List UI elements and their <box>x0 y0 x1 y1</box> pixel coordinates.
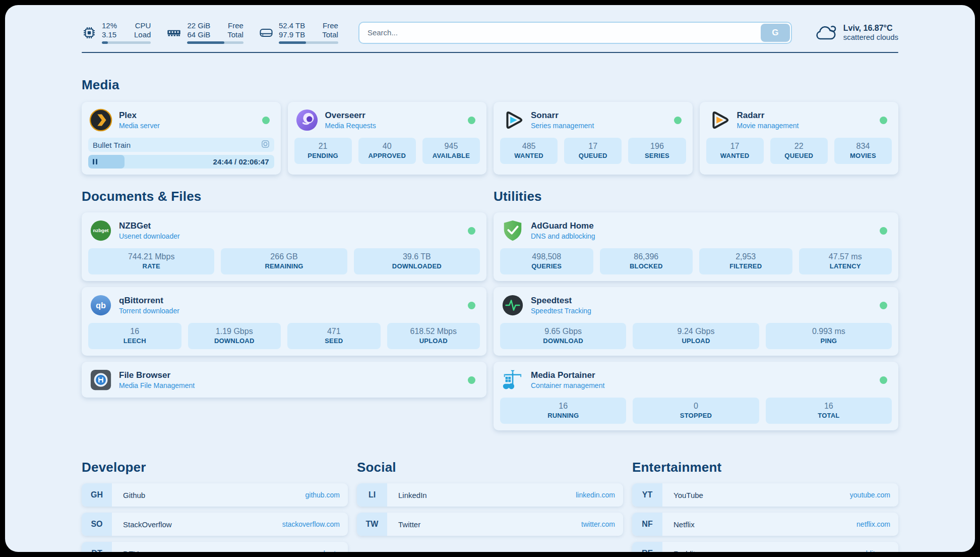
link-name: Reddit <box>673 549 695 552</box>
memory-icon <box>166 25 182 40</box>
app-name: Media Portainer <box>531 370 873 380</box>
status-dot <box>468 302 475 309</box>
playback-time: 24:44 / 02:06:47 <box>213 157 269 166</box>
overseerr-icon <box>295 108 319 132</box>
social-section-title: Social <box>357 460 623 475</box>
stat-downloaded: 39.6 TB DOWNLOADED <box>354 248 480 274</box>
stat-pending: 21 PENDING <box>294 138 352 164</box>
cpu-usage-value: 12% <box>102 21 117 30</box>
app-card-adguard[interactable]: AdGuard Home DNS and adblocking 498,508 … <box>494 212 898 281</box>
dashboard: 12% CPU 3.15 Load <box>5 5 975 552</box>
stat-running: 16 RUNNING <box>500 398 626 424</box>
link-url: linkedin.com <box>576 491 615 499</box>
link-linkedin[interactable]: LI LinkedIn linkedin.com <box>357 483 623 507</box>
app-desc: Movie management <box>737 122 874 130</box>
stat-download: 1.19 Gbps DOWNLOAD <box>188 323 281 349</box>
app-card-filebrowser[interactable]: File Browser Media File Management <box>82 362 486 398</box>
pause-icon[interactable] <box>93 159 97 164</box>
cpu-progress-fill <box>102 41 108 44</box>
link-name: StackOverflow <box>123 520 172 529</box>
cpu-label-2: Load <box>134 30 151 39</box>
status-dot <box>880 376 887 384</box>
cpu-icon <box>82 25 97 40</box>
app-card-qbittorrent[interactable]: qb qBittorrent Torrent downloader 16 LEE… <box>82 287 486 356</box>
link-youtube[interactable]: YT YouTube youtube.com <box>632 483 898 507</box>
app-desc: Media Requests <box>325 122 462 130</box>
app-name: Radarr <box>737 110 874 121</box>
svg-text:nzbget: nzbget <box>93 228 109 233</box>
disk-progress-fill <box>279 41 306 44</box>
memory-free-value: 22 GiB <box>187 21 210 30</box>
search-input[interactable] <box>358 22 792 44</box>
link-url: twitter.com <box>581 520 615 528</box>
link-url: stackoverflow.com <box>282 520 340 528</box>
radarr-icon <box>707 108 730 132</box>
app-name: Plex <box>119 110 256 121</box>
link-stackoverflow[interactable]: SO StackOverflow stackoverflow.com <box>82 513 348 536</box>
link-abbr: GH <box>82 483 112 507</box>
stat-approved: 40 APPROVED <box>358 138 416 164</box>
stat-stopped: 0 STOPPED <box>633 398 759 424</box>
stat-filtered: 2,953 FILTERED <box>699 248 792 274</box>
app-desc: Speedtest Tracking <box>531 307 873 315</box>
app-card-radarr[interactable]: Radarr Movie management 17 WANTED 22 QUE… <box>700 102 899 175</box>
cpu-label-1: CPU <box>134 21 151 30</box>
status-dot <box>468 227 475 235</box>
link-name: YouTube <box>673 491 703 499</box>
app-card-sonarr[interactable]: Sonarr Series management 485 WANTED 17 Q… <box>494 102 693 175</box>
memory-progress-track <box>187 41 243 44</box>
link-abbr: TW <box>357 513 387 536</box>
portainer-icon <box>501 368 524 392</box>
link-name: Netflix <box>673 520 695 529</box>
svg-text:qb: qb <box>96 301 106 310</box>
nzbget-icon: nzbget <box>89 219 112 242</box>
link-abbr: SO <box>82 513 112 536</box>
app-name: qBittorrent <box>119 296 461 306</box>
stat-upload: 618.52 Mbps UPLOAD <box>387 323 480 349</box>
link-dev[interactable]: DT DEV dev.to <box>82 542 348 552</box>
app-desc: DNS and adblocking <box>531 232 873 240</box>
link-url: youtube.com <box>850 491 890 499</box>
link-netflix[interactable]: NF Netflix netflix.com <box>632 513 898 536</box>
link-twitter[interactable]: TW Twitter twitter.com <box>357 513 623 536</box>
app-desc: Torrent downloader <box>119 307 461 315</box>
stat-queries: 498,508 QUERIES <box>500 248 593 274</box>
link-abbr: YT <box>632 483 662 507</box>
section-entertainment: Entertainment YT YouTube youtube.com NF … <box>632 460 898 552</box>
plex-icon <box>89 108 112 132</box>
status-dot <box>674 117 682 124</box>
cpu-load-value: 3.15 <box>102 30 117 39</box>
stat-leech: 16 LEECH <box>88 323 181 349</box>
link-reddit[interactable]: RE Reddit reddit.com <box>632 542 898 552</box>
documents-section-title: Documents & Files <box>82 189 486 204</box>
app-card-overseerr[interactable]: Overseerr Media Requests 21 PENDING 40 A… <box>288 102 487 175</box>
stat-queued: 22 QUEUED <box>770 138 828 164</box>
status-dot <box>468 376 475 384</box>
app-desc: Media server <box>119 122 256 130</box>
disk-free-value: 52.4 TB <box>279 21 305 30</box>
disk-total-value: 97.9 TB <box>279 30 305 39</box>
app-card-portainer[interactable]: Media Portainer Container management 16 … <box>494 362 898 430</box>
stat-total: 16 TOTAL <box>766 398 892 424</box>
top-bar: 12% CPU 3.15 Load <box>82 21 898 44</box>
app-name: Sonarr <box>531 110 667 121</box>
app-name: Overseerr <box>325 110 462 121</box>
sonarr-icon <box>501 108 524 132</box>
stat-remaining: 266 GB REMAINING <box>221 248 347 274</box>
app-card-speedtest[interactable]: Speedtest Speedtest Tracking 9.65 Gbps D… <box>494 287 898 356</box>
search-bar: G <box>358 22 792 44</box>
app-card-nzbget[interactable]: nzbget NZBGet Usenet downloader 744.21 M… <box>82 212 486 281</box>
link-abbr: RE <box>632 542 662 552</box>
app-desc: Usenet downloader <box>119 232 461 240</box>
stat-ping: 0.993 ms PING <box>766 323 892 349</box>
status-dot <box>468 117 475 124</box>
app-card-plex[interactable]: Plex Media server Bullet Train <box>82 102 281 175</box>
link-github[interactable]: GH Github github.com <box>82 483 348 507</box>
status-dot <box>880 227 887 235</box>
stat-queued: 17 QUEUED <box>564 138 622 164</box>
link-abbr: NF <box>632 513 662 536</box>
link-abbr: LI <box>357 483 387 507</box>
section-media: Media Plex Media server <box>82 77 898 175</box>
google-search-button[interactable]: G <box>761 24 790 42</box>
session-icon[interactable] <box>261 140 270 150</box>
